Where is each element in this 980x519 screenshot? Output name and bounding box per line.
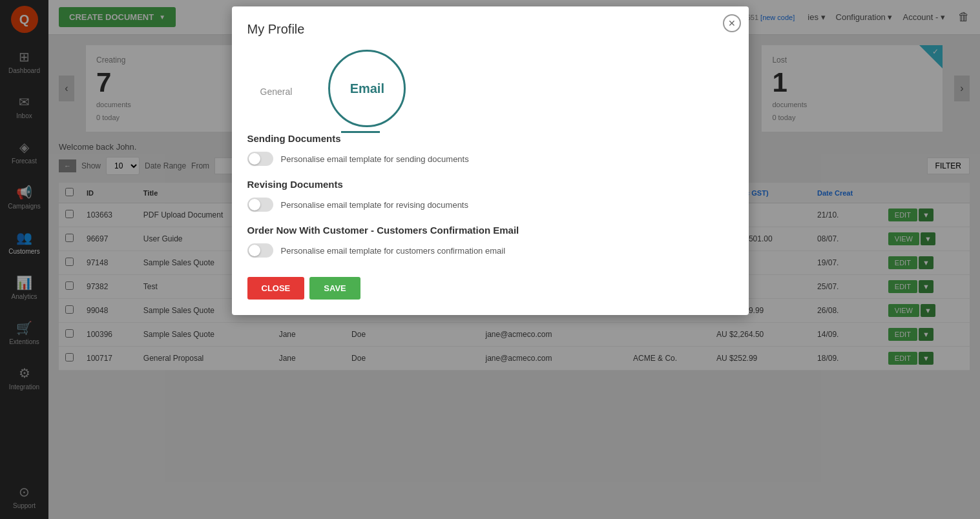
sending-toggle-label: Personalise email template for sending d… <box>281 154 469 164</box>
sending-toggle-row: Personalise email template for sending d… <box>247 152 733 166</box>
save-button[interactable]: SAVE <box>309 277 360 300</box>
modal-actions: CLOSE SAVE <box>247 277 733 300</box>
order-section-title: Order Now With Customer - Customers Conf… <box>247 225 733 236</box>
tab-general[interactable]: General <box>247 72 306 111</box>
close-button[interactable]: CLOSE <box>247 277 305 300</box>
modal-tabs: General Email <box>247 50 733 133</box>
tab-email-wrapper: Email <box>315 50 406 133</box>
revising-toggle[interactable] <box>247 198 273 212</box>
order-toggle-knob <box>249 245 260 256</box>
modal-overlay: ✕ My Profile General Email Sending Docum… <box>0 0 980 519</box>
tab-email-label: Email <box>350 81 384 96</box>
revising-toggle-label: Personalise email template for revising … <box>281 200 468 210</box>
sending-toggle-knob <box>249 153 260 165</box>
order-toggle[interactable] <box>247 243 273 258</box>
my-profile-modal: ✕ My Profile General Email Sending Docum… <box>232 6 749 315</box>
tab-email[interactable]: Email <box>328 50 406 127</box>
sending-section-title: Sending Documents <box>247 133 733 144</box>
revising-section-title: Revising Documents <box>247 179 733 190</box>
order-toggle-row: Personalise email template for customers… <box>247 243 733 258</box>
revising-toggle-row: Personalise email template for revising … <box>247 198 733 212</box>
modal-title: My Profile <box>247 22 733 37</box>
order-toggle-label: Personalise email template for customers… <box>281 246 506 256</box>
sending-toggle[interactable] <box>247 152 273 166</box>
revising-toggle-knob <box>249 199 260 210</box>
modal-close-button[interactable]: ✕ <box>723 14 741 32</box>
tab-underline <box>341 131 380 133</box>
